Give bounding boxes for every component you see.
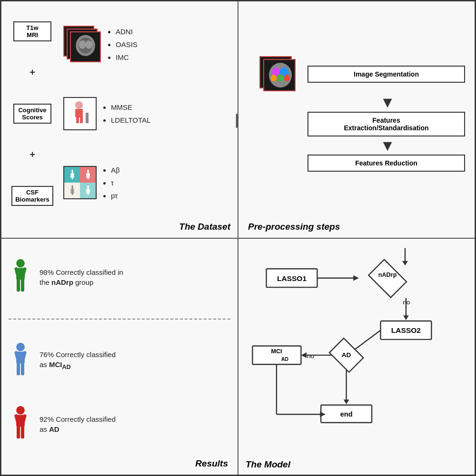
result3-row: 92% Correctly classifiedas AD: [9, 401, 230, 447]
model-diagram-svg: LASSO1 nADrp no LASSO2 AD no: [243, 243, 470, 456]
svg-rect-27: [86, 189, 90, 194]
svg-point-50: [16, 406, 25, 414]
main-container: T1w MRI + Cognitive Scores + CSF Biomark…: [0, 0, 476, 476]
svg-rect-62: [368, 259, 407, 297]
svg-rect-49: [21, 362, 24, 375]
blue-person-icon: [9, 342, 32, 380]
csf-section: Aβ τ pτ: [63, 164, 233, 202]
svg-text:AD: AD: [281, 356, 289, 361]
nadrp-bold: nADrp: [51, 278, 73, 286]
ad-bold: AD: [49, 425, 60, 433]
result2-text: 76% Correctly classifiedas MCIAD: [40, 350, 116, 372]
svg-rect-48: [17, 362, 20, 375]
svg-rect-11: [75, 109, 83, 117]
arrow-down-2: ▼: [327, 136, 395, 155]
dataset-oasis: OASIS: [116, 38, 138, 51]
cognitive-icon: [63, 97, 97, 130]
csf-list: Aβ τ pτ: [101, 164, 120, 202]
result1-row: 98% Correctly classified inthe nADrp gro…: [9, 254, 230, 300]
svg-point-4: [85, 40, 92, 49]
colored-mri-front: [263, 59, 296, 91]
dataset-adni: ADNI: [116, 25, 138, 38]
svg-rect-24: [70, 189, 74, 194]
mci-bold: MCIAD: [49, 360, 71, 369]
csf-icon: [63, 166, 97, 199]
svg-point-22: [87, 170, 89, 172]
dataset-label: The Dataset: [179, 222, 230, 232]
csf-cell-1: [64, 167, 80, 183]
svg-point-25: [71, 186, 73, 188]
features-extraction-box: FeaturesExtraction/Standardisation: [307, 112, 465, 136]
svg-text:AD: AD: [342, 351, 351, 358]
preprocessing-quadrant: Image Segmentation ▼ FeaturesExtraction/…: [238, 1, 475, 238]
svg-point-19: [71, 170, 73, 172]
results-quadrant: 98% Correctly classified inthe nADrp gro…: [1, 238, 238, 476]
svg-rect-21: [86, 173, 90, 178]
dataset-quadrant: T1w MRI + Cognitive Scores + CSF Biomark…: [1, 1, 238, 238]
result2-row: 76% Correctly classifiedas MCIAD: [9, 338, 230, 384]
svg-rect-55: [21, 426, 24, 438]
svg-rect-13: [80, 117, 83, 123]
svg-rect-54: [17, 426, 20, 438]
input-types: T1w MRI + Cognitive Scores + CSF Biomark…: [6, 9, 59, 219]
svg-text:LASSO2: LASSO2: [391, 326, 421, 334]
svg-point-28: [87, 186, 89, 188]
mri-stack-icon: [63, 27, 101, 62]
svg-rect-43: [21, 279, 24, 291]
colored-mri-stack: [258, 55, 300, 93]
csf-tau: τ: [111, 176, 120, 189]
svg-point-35: [284, 75, 290, 81]
features-reduction-box: Features Reduction: [307, 155, 465, 172]
csf-cell-2: [80, 167, 96, 183]
svg-point-44: [16, 342, 25, 351]
cognitive-ldeltotal: LDELTOTAL: [111, 114, 150, 126]
model-quadrant: LASSO1 nADrp no LASSO2 AD no: [238, 238, 475, 476]
svg-rect-16: [86, 113, 89, 123]
svg-text:nADrp: nADrp: [378, 271, 397, 278]
svg-marker-75: [301, 352, 307, 358]
csf-ptau: pτ: [111, 189, 120, 202]
dataset-to-preproc-arrow: ►: [231, 107, 238, 132]
svg-point-10: [75, 101, 83, 109]
model-label: The Model: [246, 459, 290, 470]
cognitive-scores-label: Cognitive Scores: [13, 104, 51, 124]
svg-marker-80: [344, 399, 349, 404]
plus-1: +: [30, 67, 35, 78]
svg-rect-42: [17, 279, 20, 291]
result3-text: 92% Correctly classifiedas AD: [40, 414, 116, 434]
svg-rect-12: [76, 117, 79, 123]
red-person-icon: [9, 405, 32, 443]
svg-point-3: [79, 40, 86, 49]
svg-text:no: no: [307, 352, 314, 359]
plus-2: +: [30, 149, 35, 160]
results-label: Results: [195, 458, 228, 469]
svg-point-38: [16, 259, 25, 268]
cognitive-section: MMSE LDELTOTAL: [63, 97, 233, 130]
dataset-content: ADNI OASIS IMC: [59, 9, 233, 219]
step1-row: Image Segmentation: [258, 55, 465, 93]
csf-cell-3: [64, 183, 80, 198]
dataset-list: ADNI OASIS IMC: [106, 25, 138, 64]
image-segmentation-box: Image Segmentation: [307, 66, 465, 83]
dataset-imc: IMC: [116, 51, 138, 64]
csf-abeta: Aβ: [111, 164, 120, 176]
green-person-icon: [9, 258, 32, 296]
cognitive-list: MMSE LDELTOTAL: [101, 101, 150, 126]
preprocessing-label: Pre-processing steps: [248, 222, 340, 232]
csf-biomarkers-label: CSF Biomarkers: [11, 186, 53, 206]
t1w-mri-label: T1w MRI: [13, 21, 51, 41]
svg-marker-57: [402, 261, 408, 265]
result1-text: 98% Correctly classified inthe nADrp gro…: [40, 267, 123, 287]
cognitive-mmse: MMSE: [111, 101, 150, 114]
arrow-down-1: ▼: [327, 93, 395, 111]
svg-marker-66: [403, 315, 409, 320]
csf-cell-4: [80, 183, 96, 198]
svg-point-33: [277, 74, 284, 82]
svg-text:end: end: [340, 410, 353, 418]
svg-rect-18: [70, 173, 74, 178]
svg-text:MCI: MCI: [271, 348, 282, 355]
result-divider: [9, 319, 230, 320]
mri-section: ADNI OASIS IMC: [63, 25, 233, 64]
svg-point-34: [271, 75, 277, 81]
svg-marker-61: [353, 275, 359, 281]
